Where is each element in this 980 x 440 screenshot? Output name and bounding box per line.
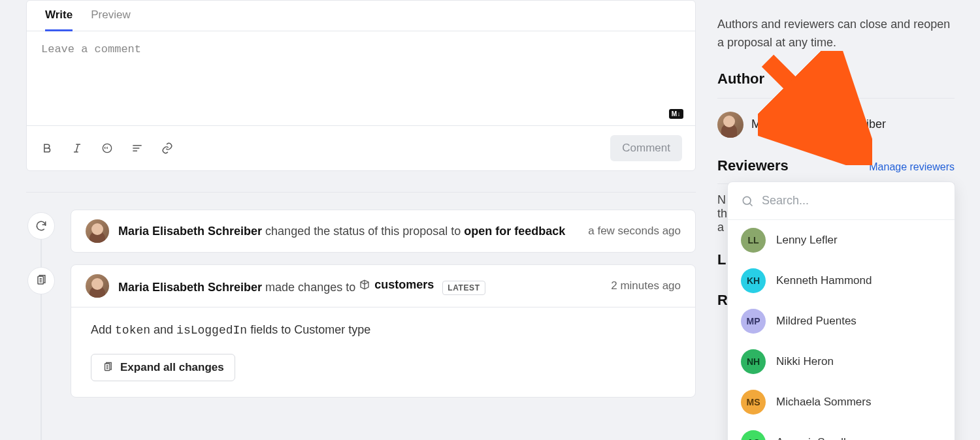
- reviewer-search-input[interactable]: [762, 194, 941, 208]
- person-initials-badge: KH: [741, 268, 766, 293]
- timeline-event-change: Maria Elisabeth Schreiber made changes t…: [71, 264, 696, 398]
- timeline-event-status: Maria Elisabeth Schreiber changed the st…: [71, 210, 696, 253]
- person-initials-badge: LL: [741, 228, 766, 253]
- text-align-icon[interactable]: [130, 141, 144, 155]
- link-icon[interactable]: [160, 141, 174, 155]
- reviewers-heading: Reviewers: [717, 157, 789, 174]
- cube-icon: [359, 279, 370, 291]
- person-row[interactable]: LLLenny Lefler: [728, 220, 955, 260]
- person-row[interactable]: MSMichaela Sommers: [728, 382, 955, 422]
- author-row: Maria Elisabeth Schreiber: [717, 108, 955, 138]
- avatar: [86, 274, 109, 298]
- person-name: Mildred Puentes: [776, 315, 857, 328]
- person-initials-badge: AS: [741, 430, 766, 440]
- timeline-rail: [26, 210, 71, 440]
- svg-line-2: [76, 144, 78, 152]
- comment-button[interactable]: Comment: [610, 135, 682, 161]
- divider: [717, 98, 955, 99]
- person-row[interactable]: KHKenneth Hammond: [728, 260, 955, 301]
- reviewers-popover: LLLenny LeflerKHKenneth HammondMPMildred…: [727, 181, 955, 440]
- tab-preview[interactable]: Preview: [91, 1, 130, 31]
- svg-line-16: [750, 203, 753, 206]
- author-heading: Author: [717, 71, 955, 87]
- event-time: a few seconds ago: [588, 225, 681, 238]
- event-text: Maria Elisabeth Schreiber changed the st…: [118, 225, 565, 238]
- event-time: 2 minutes ago: [611, 279, 681, 292]
- person-name: Michaela Sommers: [776, 396, 872, 409]
- quote-icon[interactable]: [100, 141, 114, 155]
- person-name: Lenny Lefler: [776, 234, 838, 247]
- person-row[interactable]: MPMildred Puentes: [728, 301, 955, 341]
- change-description: Add token and isLoggedIn fields to Custo…: [91, 323, 676, 337]
- person-name: Nikki Heron: [776, 355, 834, 368]
- italic-icon[interactable]: [70, 141, 84, 155]
- person-row[interactable]: NHNikki Heron: [728, 341, 955, 382]
- comment-box: Write Preview M↓ Comment: [26, 0, 696, 171]
- person-name: Amarvir Sandhu: [776, 436, 856, 440]
- document-icon: [102, 362, 114, 373]
- sidebar-hint: Authors and reviewers can close and reop…: [717, 16, 955, 52]
- svg-point-15: [743, 196, 751, 204]
- bold-icon[interactable]: [40, 141, 54, 155]
- person-row[interactable]: ASAmarvir Sandhu: [728, 422, 955, 440]
- person-name: Kenneth Hammond: [776, 274, 872, 287]
- markdown-icon: M↓: [669, 109, 683, 119]
- author-name: Maria Elisabeth Schreiber: [751, 118, 886, 131]
- person-initials-badge: NH: [741, 349, 766, 374]
- refresh-icon: [27, 212, 55, 240]
- person-initials-badge: MP: [741, 309, 766, 334]
- tab-write[interactable]: Write: [45, 1, 73, 31]
- document-icon: [27, 267, 55, 294]
- comment-input[interactable]: [41, 43, 681, 90]
- event-text: Maria Elisabeth Schreiber made changes t…: [118, 278, 485, 294]
- person-initials-badge: MS: [741, 390, 766, 415]
- expand-changes-button[interactable]: Expand all changes: [91, 354, 235, 381]
- avatar: [86, 219, 109, 243]
- latest-badge: LATEST: [442, 281, 485, 295]
- search-icon: [741, 195, 754, 208]
- manage-reviewers-link[interactable]: Manage reviewers: [869, 161, 955, 173]
- avatar: [717, 112, 743, 138]
- divider: [26, 192, 696, 193]
